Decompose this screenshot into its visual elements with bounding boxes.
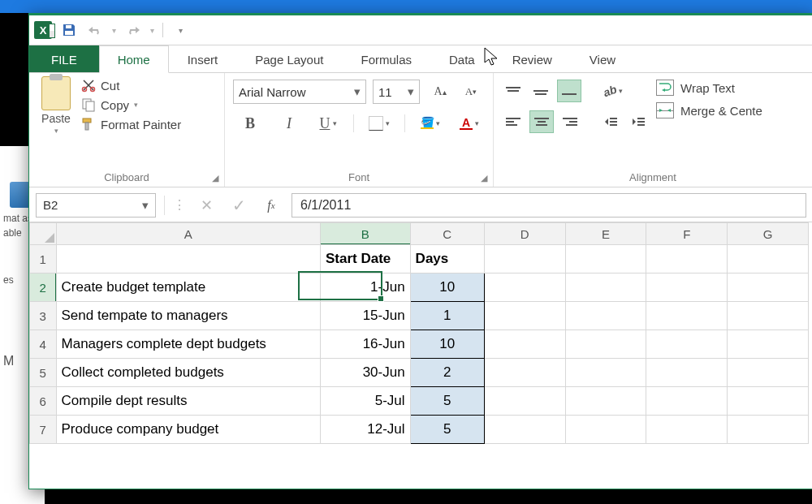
clipboard-dialog-launcher[interactable]: ◢ (209, 172, 221, 183)
col-header-G[interactable]: G (728, 223, 809, 245)
row-header-5[interactable]: 5 (30, 359, 57, 387)
cell-F2[interactable] (646, 274, 728, 302)
redo-button[interactable] (124, 21, 142, 39)
wrap-text-button[interactable]: Wrap Text (656, 80, 762, 96)
col-header-F[interactable]: F (646, 223, 728, 245)
cancel-fx-button[interactable]: ✕ (194, 194, 218, 217)
align-middle-button[interactable] (529, 80, 552, 101)
cell-E3[interactable] (565, 302, 646, 330)
col-header-D[interactable]: D (484, 223, 565, 245)
paste-button[interactable]: Paste ▾ (37, 76, 75, 135)
cell-F6[interactable] (646, 387, 728, 416)
cell-A2[interactable]: Create budget template (56, 274, 320, 302)
cell-E7[interactable] (565, 416, 646, 444)
cell-D1[interactable] (484, 245, 565, 274)
row-header-4[interactable]: 4 (30, 330, 57, 359)
row-header-3[interactable]: 3 (30, 302, 57, 330)
cell-E6[interactable] (565, 387, 646, 416)
tab-formulas[interactable]: Formulas (342, 45, 430, 73)
row-header-1[interactable]: 1 (30, 245, 57, 274)
cell-D2[interactable] (484, 274, 565, 302)
cell-G1[interactable] (728, 245, 809, 274)
increase-indent-button[interactable] (627, 111, 650, 132)
cell-G6[interactable] (728, 387, 809, 416)
cell-C1[interactable]: Days (410, 245, 484, 274)
tab-view[interactable]: View (571, 45, 634, 73)
fill-color-button[interactable]: 🪣 (417, 112, 444, 135)
worksheet-grid[interactable]: A B C D E F G 1 Start Date Days (29, 222, 812, 489)
cell-A4[interactable]: Managers complete dept budgets (56, 330, 320, 359)
orientation-button[interactable]: ab (599, 80, 627, 102)
tab-data[interactable]: Data (430, 45, 494, 73)
cell-E5[interactable] (565, 359, 646, 387)
cell-G5[interactable] (728, 359, 809, 387)
enter-fx-button[interactable]: ✓ (227, 194, 251, 217)
cell-G2[interactable] (728, 274, 809, 302)
cell-A7[interactable]: Produce company budget (56, 416, 320, 444)
align-left-button[interactable] (502, 111, 525, 132)
customize-qat-button[interactable]: ▾ (171, 21, 189, 39)
cell-B4[interactable]: 16-Jun (320, 330, 410, 359)
cell-C6[interactable]: 5 (410, 387, 484, 416)
decrease-indent-button[interactable] (599, 111, 622, 132)
cell-A3[interactable]: Send tempate to managers (56, 302, 320, 330)
cell-E4[interactable] (565, 330, 646, 359)
cell-F4[interactable] (646, 330, 728, 359)
cell-D6[interactable] (484, 387, 565, 416)
cell-B1[interactable]: Start Date (320, 245, 410, 274)
cell-D5[interactable] (484, 359, 565, 387)
row-header-7[interactable]: 7 (30, 416, 57, 444)
font-color-button[interactable]: A (456, 112, 483, 135)
cell-A1[interactable] (56, 245, 320, 274)
align-center-button[interactable] (529, 110, 554, 133)
cell-F3[interactable] (646, 302, 728, 330)
align-top-button[interactable] (502, 80, 525, 101)
cell-C2[interactable]: 10 (410, 274, 484, 302)
tab-insert[interactable]: Insert (169, 45, 237, 73)
cell-B3[interactable]: 15-Jun (320, 302, 410, 330)
cell-B5[interactable]: 30-Jun (320, 359, 410, 387)
cut-button[interactable]: Cut (81, 78, 181, 93)
cell-B7[interactable]: 12-Jul (320, 416, 410, 444)
cell-B6[interactable]: 5-Jul (320, 387, 410, 416)
copy-button[interactable]: Copy ▾ (81, 97, 181, 112)
cell-E2[interactable] (565, 274, 646, 302)
align-right-button[interactable] (559, 111, 581, 132)
cell-C3[interactable]: 1 (410, 302, 484, 330)
cell-C5[interactable]: 2 (410, 359, 484, 387)
col-header-B[interactable]: B (320, 223, 410, 245)
cell-D7[interactable] (484, 416, 565, 444)
select-all-corner[interactable] (30, 223, 57, 245)
col-header-E[interactable]: E (565, 223, 646, 245)
tab-file[interactable]: FILE (29, 45, 99, 73)
save-button[interactable] (60, 21, 78, 39)
underline-button[interactable]: U (314, 112, 342, 135)
col-header-C[interactable]: C (410, 223, 484, 245)
cell-F5[interactable] (646, 359, 728, 387)
bold-button[interactable]: B (236, 112, 264, 135)
cell-G4[interactable] (728, 330, 809, 359)
cell-D4[interactable] (484, 330, 565, 359)
cell-A5[interactable]: Collect completed budgets (56, 359, 320, 387)
tab-review[interactable]: Review (494, 45, 571, 73)
cell-B2[interactable]: 1-Jun (320, 274, 410, 302)
cell-G3[interactable] (728, 302, 809, 330)
insert-function-button[interactable]: fx (259, 194, 283, 217)
row-header-2[interactable]: 2 (30, 274, 57, 302)
increase-font-size-button[interactable]: A▴ (426, 80, 454, 103)
undo-button[interactable] (86, 21, 104, 39)
cell-D3[interactable] (484, 302, 565, 330)
name-box[interactable]: B2 ▾ (36, 193, 156, 218)
font-size-combo[interactable]: 11 ▾ (373, 80, 420, 104)
row-header-6[interactable]: 6 (30, 387, 57, 416)
cell-A6[interactable]: Compile dept results (56, 387, 320, 416)
font-dialog-launcher[interactable]: ◢ (478, 172, 490, 183)
italic-button[interactable]: I (275, 112, 303, 135)
tab-page-layout[interactable]: Page Layout (236, 45, 342, 73)
borders-button[interactable] (365, 112, 393, 135)
decrease-font-size-button[interactable]: A▾ (457, 80, 485, 103)
cell-C7[interactable]: 5 (410, 416, 484, 444)
formula-input[interactable]: 6/1/2011 (292, 193, 806, 218)
cell-F7[interactable] (646, 416, 728, 444)
tab-home[interactable]: Home (99, 45, 169, 73)
